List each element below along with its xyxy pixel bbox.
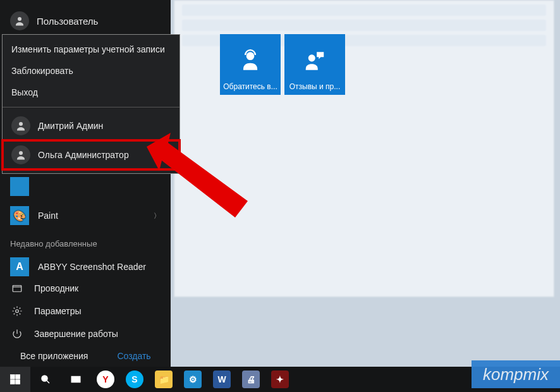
switch-user-dmitry[interactable]: Дмитрий Админ (3, 111, 180, 140)
user-avatar-icon (11, 116, 30, 135)
file-explorer-icon (10, 283, 24, 294)
headset-person-icon (238, 48, 262, 74)
taskbar-app-generic2[interactable]: ✦ (265, 367, 295, 392)
gear-icon (10, 305, 24, 317)
switch-user-label: Ольга Администратор (38, 150, 129, 160)
chevron-right-icon: 〉 (154, 211, 161, 221)
start-tiles: Обратитесь в... Отзывы и пр... (220, 34, 345, 95)
app-icon (10, 177, 29, 196)
taskbar-app-explorer[interactable]: 📁 (149, 367, 178, 392)
bottom-label: Проводник (34, 283, 78, 293)
svg-rect-10 (11, 380, 15, 384)
abbyy-icon: A (10, 257, 29, 276)
power-item[interactable]: Завершение работы (0, 322, 171, 345)
svg-rect-13 (71, 377, 75, 383)
tile-feedback[interactable]: Отзывы и пр... (284, 34, 345, 95)
app-label: ABBYY Screenshot Reader (38, 262, 146, 272)
lock-item[interactable]: Заблокировать (3, 60, 180, 82)
search-button[interactable] (30, 367, 61, 392)
watermark: kompmix (472, 360, 560, 388)
start-button[interactable] (0, 367, 30, 392)
app-item-paint[interactable]: 🎨 Paint 〉 (0, 201, 171, 230)
user-account-flyout: Изменить параметры учетной записи Заблок… (2, 34, 180, 174)
taskbar-app-yandex[interactable]: Y (91, 367, 120, 392)
svg-point-4 (16, 310, 19, 313)
svg-rect-9 (16, 375, 20, 379)
user-avatar-icon (10, 11, 29, 30)
svg-point-6 (308, 54, 315, 61)
taskbar-app-generic1[interactable]: 🖨 (236, 367, 265, 392)
svg-rect-11 (16, 380, 20, 384)
taskbar-app-skype[interactable]: S (120, 367, 149, 392)
file-explorer-item[interactable]: Проводник (0, 277, 171, 300)
start-menu-user-header[interactable]: Пользователь (0, 0, 171, 39)
svg-point-12 (42, 376, 47, 381)
user-avatar-icon (11, 145, 30, 164)
recently-added-label: Недавно добавленные (0, 230, 171, 252)
start-menu-bottom: Проводник Параметры Завершение работы Вс… (0, 277, 171, 367)
paint-icon: 🎨 (10, 206, 29, 225)
power-icon (10, 328, 24, 340)
bottom-label: Параметры (34, 306, 82, 316)
switch-user-olga[interactable]: Ольга Администратор (3, 140, 180, 169)
start-menu: Пользователь Изменить параметры учетной … (0, 0, 171, 367)
app-item-blank[interactable] (0, 172, 171, 201)
svg-rect-14 (76, 377, 80, 383)
taskbar-app-settings[interactable]: ⚙ (178, 367, 207, 392)
all-apps-row[interactable]: Все приложения Создать (0, 345, 171, 367)
svg-point-2 (19, 151, 23, 155)
svg-point-1 (19, 122, 23, 126)
sign-out-item[interactable]: Выход (3, 82, 180, 103)
person-chat-icon (303, 48, 327, 74)
tile-get-help[interactable]: Обратитесь в... (220, 34, 281, 95)
create-link[interactable]: Создать (117, 351, 150, 361)
svg-point-5 (247, 52, 255, 60)
task-view-button[interactable] (61, 367, 91, 392)
switch-user-label: Дмитрий Админ (38, 121, 103, 131)
svg-rect-8 (11, 375, 15, 379)
current-user-name: Пользователь (37, 16, 98, 27)
app-label: Paint (38, 211, 58, 221)
svg-rect-3 (13, 286, 21, 292)
bottom-label: Завершение работы (34, 329, 118, 339)
change-account-settings-item[interactable]: Изменить параметры учетной записи (3, 39, 180, 60)
flyout-separator (3, 107, 180, 107)
taskbar-app-word[interactable]: W (207, 367, 236, 392)
tile-label: Отзывы и пр... (284, 82, 345, 91)
svg-point-0 (18, 17, 21, 21)
all-apps-label: Все приложения (20, 351, 88, 361)
settings-item[interactable]: Параметры (0, 300, 171, 322)
tile-label: Обратитесь в... (220, 82, 281, 91)
